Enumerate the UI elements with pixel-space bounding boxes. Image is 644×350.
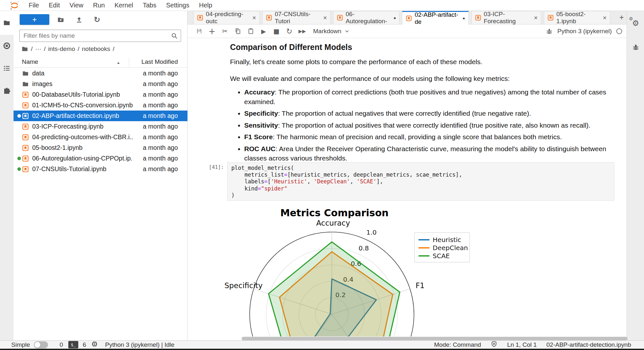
file-name: 06-Autoregulation-using-CPPOpt.ip... xyxy=(32,155,133,162)
sort-ascending-icon[interactable] xyxy=(116,60,121,65)
list-item[interactable]: 06-Autoregulation-using-CPPOpt.ip...a mo… xyxy=(14,153,187,164)
upload-icon[interactable] xyxy=(75,15,83,24)
kernel-name[interactable]: Python 3 (ipykernel) xyxy=(557,28,612,35)
column-divider xyxy=(129,57,129,67)
menu-item-file[interactable]: File xyxy=(24,0,44,11)
kernel-count[interactable]: 6 xyxy=(83,341,86,348)
run-icon[interactable]: ▶ xyxy=(257,26,270,37)
column-header-name[interactable]: Name xyxy=(22,58,38,65)
new-launcher-button[interactable]: + xyxy=(20,14,49,25)
folder-icon[interactable] xyxy=(21,45,28,53)
trust-shield-icon[interactable] xyxy=(491,341,497,349)
code-line: ) xyxy=(231,192,610,199)
tab-02-abp-artifact-de[interactable]: 02-ABP-artifact-de● xyxy=(402,11,468,24)
close-icon[interactable]: × xyxy=(323,15,327,21)
code-cell-input[interactable]: plot_model_metrics( metrics_list=[heuris… xyxy=(227,162,614,201)
radar-axis-label: F1 xyxy=(416,281,425,290)
right-sidebar-strip: ⚙⚙ xyxy=(627,11,644,340)
unsaved-changes-dot[interactable]: ● xyxy=(463,16,465,21)
tab-03-icp-forecasting[interactable]: 03-ICP-Forecasting× xyxy=(471,11,541,24)
running-kernel-dot xyxy=(17,157,21,160)
tab-label: 03-ICP-Forecasting xyxy=(484,11,531,25)
list-item[interactable]: 00-DatabaseUtils-Tutorial.ipynba month a… xyxy=(14,89,187,100)
save-icon[interactable] xyxy=(193,26,206,37)
tab-label: 05-boost2-1.ipynb xyxy=(556,11,600,25)
menu-item-tabs[interactable]: Tabs xyxy=(138,0,161,11)
debugger-panel-bug-icon[interactable] xyxy=(627,41,644,53)
new-folder-icon[interactable] xyxy=(56,15,65,24)
unsaved-changes-dot[interactable]: ● xyxy=(393,15,396,20)
file-name: 02-ABP-artifact-detection.ipynb xyxy=(32,112,133,120)
cell-output-figure: 0.20.40.60.81.0AccuracyF1SpecificityMetr… xyxy=(217,206,523,336)
terminal-count[interactable]: 0 xyxy=(60,341,63,348)
tab-06-autoregulation-[interactable]: 06-Autoregulation-● xyxy=(333,11,399,24)
close-icon[interactable]: × xyxy=(534,15,538,21)
toolbar-buttons: +✂▶■↻▶▶ xyxy=(193,26,309,37)
close-icon[interactable]: × xyxy=(252,15,256,21)
markdown-cell[interactable]: Comparison of Different Models Finally, … xyxy=(230,43,610,165)
list-item[interactable]: dataa month ago xyxy=(14,68,187,79)
breadcrumb-separator: / xyxy=(44,45,45,53)
insert-icon[interactable]: + xyxy=(206,26,218,37)
breadcrumb-separator: / xyxy=(31,45,33,53)
run-all-icon[interactable]: ▶▶ xyxy=(296,26,309,37)
notebook-file-icon xyxy=(197,15,203,21)
horizontal-scrollbar-thumb[interactable] xyxy=(242,337,628,340)
debugger-bug-icon[interactable] xyxy=(546,28,553,35)
cut-icon[interactable]: ✂ xyxy=(218,26,231,37)
close-icon[interactable]: × xyxy=(603,15,607,21)
tab-label: 02-ABP-artifact-de xyxy=(415,11,459,25)
list-item[interactable]: 02-ABP-artifact-detection.ipynba month a… xyxy=(14,111,187,121)
simple-mode-toggle[interactable] xyxy=(34,341,48,348)
legend-label: DeepClean xyxy=(433,244,468,252)
extensions-icon[interactable] xyxy=(0,84,14,97)
list-item[interactable]: 05-boost2-1.ipynba month ago xyxy=(14,142,187,153)
menu-item-view[interactable]: View xyxy=(65,0,88,11)
menu-item-help[interactable]: Help xyxy=(194,0,217,11)
restart-icon[interactable]: ↻ xyxy=(283,26,296,37)
bullet-item: F1 Score: The harmonic mean of precision… xyxy=(244,132,610,142)
filter-files-input[interactable] xyxy=(24,30,165,41)
paste-icon[interactable] xyxy=(244,26,257,37)
tab-05-boost2-1.ipynb[interactable]: 05-boost2-1.ipynb× xyxy=(544,11,610,24)
breadcrumb-segment[interactable]: ··· xyxy=(35,45,41,53)
breadcrumb-segment[interactable]: ints-demo xyxy=(48,45,75,53)
menu-item-kernel[interactable]: Kernel xyxy=(110,0,138,11)
tab-04-predicting-outc[interactable]: 04-predicting-outc× xyxy=(193,11,260,24)
new-tab-button[interactable]: + xyxy=(617,12,627,23)
list-item[interactable]: 03-ICP-Forecasting.ipynba month ago xyxy=(14,121,187,132)
terminal-icon[interactable]: $_ xyxy=(68,341,78,348)
status-bar: Simple 0 $_ 6 Python 3 (ipykernel) | Idl… xyxy=(0,340,644,349)
file-modified: a month ago xyxy=(133,165,187,173)
stop-icon[interactable]: ■ xyxy=(270,26,283,37)
cursor-position[interactable]: Ln 1, Col 1 xyxy=(507,341,537,348)
notebook-file-icon xyxy=(475,15,481,21)
refresh-icon[interactable]: ↻ xyxy=(93,15,101,24)
file-browser-icon[interactable] xyxy=(0,16,14,29)
table-of-contents-icon[interactable] xyxy=(0,62,14,75)
breadcrumb: /···/ints-demo/notebooks/ xyxy=(21,44,117,53)
kernel-status-text[interactable]: Python 3 (ipykernel) | Idle xyxy=(105,341,174,348)
tab-07-cnsutils-tutori[interactable]: 07-CNSUtils-Tutori× xyxy=(262,11,331,24)
file-modified: a month ago xyxy=(133,133,187,141)
kernel-status-icon xyxy=(616,28,622,34)
property-inspector-gear-icon[interactable]: ⚙⚙ xyxy=(627,17,644,30)
menu-item-edit[interactable]: Edit xyxy=(44,0,64,11)
radar-tick-label: 0.8 xyxy=(359,244,369,252)
column-header-modified[interactable]: Last Modified xyxy=(141,58,178,65)
breadcrumb-segment[interactable]: notebooks xyxy=(82,45,110,53)
list-item[interactable]: imagesa month ago xyxy=(14,79,187,89)
copy-icon[interactable] xyxy=(231,26,244,37)
notebook-toolbar: +✂▶■↻▶▶ Markdown Python 3 (ipykernel) xyxy=(187,24,627,38)
menu-item-settings[interactable]: Settings xyxy=(161,0,194,11)
running-sessions-icon[interactable] xyxy=(0,39,14,52)
list-item[interactable]: 04-predicting-outcomes-with-CBR.i...a mo… xyxy=(14,132,187,142)
notebook-file-icon xyxy=(22,91,29,98)
list-item[interactable]: 01-ICMH5-to-CNS-conversion.ipynba month … xyxy=(14,100,187,111)
list-item[interactable]: 07-CNSUtils-Tutorial.ipynba month ago xyxy=(14,164,187,174)
kernel-chip-icon[interactable] xyxy=(91,341,98,349)
file-modified: a month ago xyxy=(133,112,187,120)
tab-label: 04-predicting-outc xyxy=(206,11,249,25)
cell-type-dropdown[interactable]: Markdown xyxy=(313,28,350,35)
menu-item-run[interactable]: Run xyxy=(88,0,110,11)
